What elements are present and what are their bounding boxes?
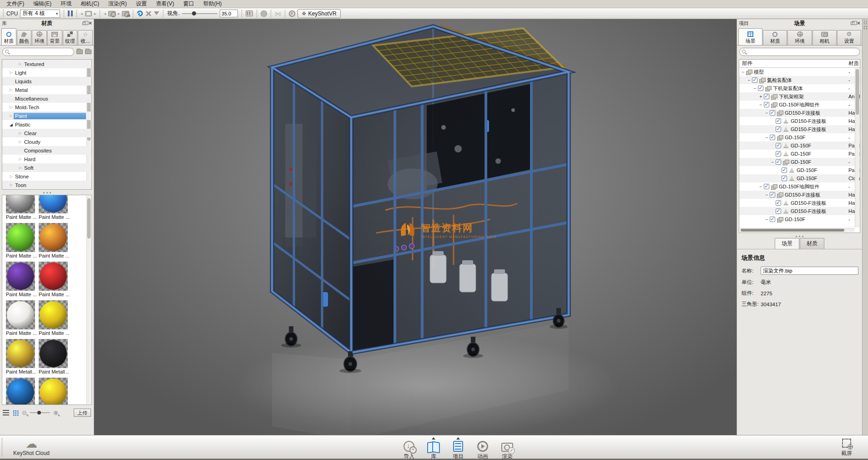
next-animation-icon[interactable]: ▸ bbox=[94, 11, 96, 16]
upload-button[interactable]: 上传 bbox=[74, 409, 91, 417]
visibility-checkbox[interactable] bbox=[776, 151, 781, 157]
visibility-checkbox[interactable] bbox=[764, 102, 769, 107]
scene-tree-row[interactable]: −GD-150F- bbox=[739, 215, 860, 223]
float-panel-icon[interactable] bbox=[82, 22, 86, 25]
collapse-icon[interactable]: − bbox=[765, 135, 769, 140]
animation-frames-icon[interactable] bbox=[85, 11, 92, 16]
library-tree-item[interactable]: Composites bbox=[2, 146, 91, 155]
bottombar-drag-handle[interactable] bbox=[1, 438, 3, 457]
region-render-icon[interactable] bbox=[246, 10, 253, 16]
collapse-icon[interactable]: − bbox=[753, 86, 757, 91]
library-tree-item[interactable]: ▷Mold-Tech bbox=[2, 103, 91, 111]
material-thumbnail[interactable]: Paint Matte ... bbox=[6, 298, 39, 336]
scene-tree-row[interactable]: GD150-F连接板Hard I bbox=[739, 199, 860, 207]
library-tree-item[interactable]: ▷Cloudy bbox=[2, 137, 91, 146]
collapsed-panel-icon[interactable] bbox=[864, 26, 867, 29]
visibility-checkbox[interactable] bbox=[776, 208, 781, 214]
tab-收...[interactable]: ☆收... bbox=[78, 30, 93, 45]
scene-tree-row[interactable]: GD150-F连接板Hard I bbox=[739, 117, 860, 125]
library-tree-item[interactable]: ▷Clear bbox=[2, 129, 91, 137]
collapse-icon[interactable]: − bbox=[741, 70, 745, 75]
tab-纹理[interactable]: 纹理 bbox=[63, 30, 78, 45]
tab-设置[interactable]: ⚙设置 bbox=[837, 30, 861, 45]
scene-tree-row[interactable]: −下机架装配体- bbox=[739, 84, 860, 92]
scene-tree-row[interactable]: −GD-150F- bbox=[739, 133, 860, 142]
scene-tree-row[interactable]: −GD-150F地脚组件- bbox=[739, 182, 860, 191]
library-tree-item[interactable]: Liquids bbox=[2, 77, 91, 86]
close-panel-icon[interactable]: × bbox=[88, 21, 92, 25]
library-tree-item[interactable]: ▷Hard bbox=[2, 155, 91, 163]
project-search-input[interactable] bbox=[749, 49, 858, 55]
scene-tree-row[interactable]: +下机架框架Anod bbox=[739, 92, 860, 101]
library-tree-item[interactable]: ▷Metal bbox=[2, 86, 91, 94]
visibility-checkbox[interactable] bbox=[782, 167, 787, 173]
collapse-icon[interactable]: − bbox=[759, 102, 763, 107]
tree-collapsed-icon[interactable]: ▷ bbox=[9, 114, 14, 118]
visibility-checkbox[interactable] bbox=[770, 135, 775, 140]
add-folder-icon[interactable] bbox=[76, 50, 83, 54]
material-thumbnail[interactable]: Paint Metall... bbox=[39, 336, 71, 375]
material-thumbnail[interactable]: Paint Matte ... bbox=[6, 195, 39, 220]
menu-item[interactable]: 文件(F) bbox=[2, 0, 29, 8]
material-thumbnail[interactable]: Paint Matte ... bbox=[39, 220, 71, 259]
keyshotvr-button[interactable]: ❖ KeyShotVR bbox=[298, 9, 341, 18]
material-thumbnail[interactable]: Paint Matte ... bbox=[6, 259, 39, 298]
collapse-icon[interactable]: − bbox=[771, 160, 775, 165]
scene-tree-vscrollbar[interactable] bbox=[855, 68, 859, 227]
collapse-icon[interactable]: − bbox=[765, 192, 769, 197]
scene-tree-row[interactable]: GD-150FPaint bbox=[739, 142, 860, 150]
bottombar-item-项目[interactable]: 项目 bbox=[449, 437, 468, 460]
tree-collapsed-icon[interactable]: ▷ bbox=[9, 174, 14, 178]
next-camera-icon[interactable]: ▸ bbox=[118, 11, 120, 16]
library-tree-item[interactable]: Miscellaneous bbox=[2, 94, 91, 103]
grid-view-icon[interactable] bbox=[13, 410, 19, 416]
environment-sphere-icon[interactable] bbox=[261, 10, 267, 17]
zoom-in-icon[interactable] bbox=[54, 411, 58, 415]
visibility-checkbox[interactable] bbox=[770, 217, 775, 222]
prev-camera-icon[interactable]: ◂ bbox=[104, 11, 106, 16]
visibility-checkbox[interactable] bbox=[776, 143, 781, 148]
dolly-camera-icon[interactable] bbox=[154, 11, 159, 18]
camera-lock-icon[interactable] bbox=[122, 11, 129, 16]
menu-item[interactable]: 环境 bbox=[56, 0, 76, 8]
collapse-icon[interactable]: − bbox=[759, 184, 763, 189]
material-thumbnail[interactable]: Paint Matte ... bbox=[39, 298, 71, 336]
menu-item[interactable]: 相机(C) bbox=[76, 0, 104, 8]
tab-材质[interactable]: 材质 bbox=[1, 28, 16, 45]
right-dock-strip[interactable] bbox=[862, 19, 868, 460]
render-viewport[interactable]: 智造资料网 INTELLIGENT MANUFACTURING DATA bbox=[94, 19, 737, 435]
camera-icon[interactable] bbox=[108, 11, 116, 16]
visibility-checkbox[interactable] bbox=[782, 176, 787, 181]
collapse-icon[interactable]: − bbox=[765, 111, 769, 116]
tree-collapsed-icon[interactable]: ▷ bbox=[9, 71, 14, 75]
library-tree-item[interactable]: ▷Textured bbox=[2, 60, 91, 68]
visibility-checkbox[interactable] bbox=[776, 118, 781, 124]
tree-collapsed-icon[interactable]: ▷ bbox=[18, 131, 23, 135]
tree-collapsed-icon[interactable]: ▷ bbox=[9, 88, 14, 92]
tree-collapsed-icon[interactable]: ▷ bbox=[18, 166, 23, 170]
scene-tree-row[interactable]: −氮检装配体- bbox=[739, 76, 860, 84]
bottombar-item-渲染[interactable]: 渲染 bbox=[498, 437, 517, 460]
scene-tree-row[interactable]: GD-150FPaint bbox=[739, 166, 860, 174]
close-panel-icon[interactable]: × bbox=[857, 21, 860, 25]
tree-collapsed-icon[interactable]: ▷ bbox=[18, 157, 23, 161]
list-view-icon[interactable] bbox=[3, 410, 9, 415]
scene-name-input[interactable] bbox=[761, 267, 858, 275]
scene-tree-row[interactable]: GD-150FPaint bbox=[739, 150, 860, 158]
visibility-checkbox[interactable] bbox=[776, 126, 781, 132]
library-tree-item[interactable]: ◢Plastic bbox=[2, 120, 91, 129]
tab-场景[interactable]: 场景 bbox=[738, 28, 762, 45]
tree-collapsed-icon[interactable]: ▷ bbox=[18, 140, 23, 144]
visibility-checkbox[interactable] bbox=[758, 86, 763, 91]
material-thumbnail[interactable]: Paint Metall... bbox=[6, 375, 39, 405]
material-thumbnail[interactable]: Paint Metall... bbox=[39, 375, 71, 405]
scene-tree-row[interactable]: GD150-F连接板Hard I bbox=[739, 207, 860, 215]
scene-tree-row[interactable]: GD-150FCloth bbox=[739, 174, 860, 182]
scene-tree-row[interactable]: −GD-150F地脚组件- bbox=[739, 101, 860, 109]
plugin-link-icon[interactable]: P bbox=[289, 10, 295, 17]
visibility-checkbox[interactable] bbox=[776, 200, 781, 206]
library-tree-item[interactable]: ▷Paint bbox=[2, 111, 91, 120]
tree-expanded-icon[interactable]: ◢ bbox=[9, 122, 14, 127]
tab-环境[interactable]: 环境 bbox=[787, 30, 812, 45]
visibility-checkbox[interactable] bbox=[764, 94, 769, 99]
